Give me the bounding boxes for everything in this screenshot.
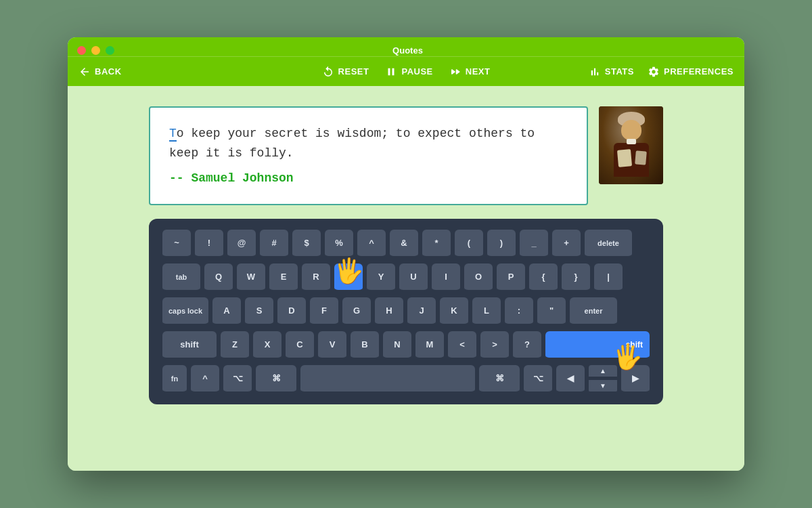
- key-x[interactable]: X: [253, 331, 281, 360]
- back-label: BACK: [95, 66, 122, 77]
- portrait-image: [599, 106, 663, 184]
- key-d[interactable]: D: [277, 297, 306, 326]
- pause-button[interactable]: PAUSE: [385, 66, 432, 78]
- pause-label: PAUSE: [401, 66, 432, 77]
- stats-label: STATS: [605, 66, 634, 77]
- maximize-button[interactable]: [106, 46, 114, 55]
- key-s[interactable]: S: [245, 297, 273, 326]
- key-t[interactable]: T 🖐: [334, 263, 363, 292]
- key-arrow-left[interactable]: ◀: [556, 365, 585, 394]
- keyboard: ~ ! @ # $ % ^ & * ( ) _ + delete tab Q W…: [149, 219, 663, 404]
- key-r[interactable]: R: [302, 263, 330, 292]
- key-enter[interactable]: enter: [570, 297, 617, 326]
- key-e[interactable]: E: [269, 263, 298, 292]
- key-arrow-down[interactable]: ▼: [589, 380, 617, 394]
- key-h[interactable]: H: [375, 297, 403, 326]
- key-space[interactable]: [300, 365, 475, 394]
- next-label: NEXT: [466, 66, 491, 77]
- quote-box: To keep your secret is wisdom; to expect…: [149, 106, 588, 205]
- key-gt[interactable]: >: [480, 331, 509, 360]
- key-ctrl[interactable]: ^: [191, 365, 219, 394]
- key-plus[interactable]: +: [552, 230, 581, 258]
- key-underscore[interactable]: _: [520, 230, 548, 258]
- key-o[interactable]: O: [464, 263, 493, 292]
- key-rbrace[interactable]: }: [562, 263, 590, 292]
- key-i[interactable]: I: [432, 263, 460, 292]
- kb-row-5: fn ^ ⌥ ⌘ ⌘ ⌥ ◀ ▲ ▼ ▶: [162, 365, 650, 394]
- key-rparen[interactable]: ): [487, 230, 516, 258]
- key-capslock[interactable]: caps lock: [162, 297, 208, 326]
- key-a[interactable]: A: [212, 297, 241, 326]
- key-p[interactable]: P: [497, 263, 525, 292]
- key-cmd-right[interactable]: ⌘: [479, 365, 520, 394]
- kb-row-4: shift Z X C V B N M < > ? shift 🖐: [162, 331, 650, 360]
- back-button[interactable]: BACK: [78, 66, 122, 78]
- hand-cursor-t: 🖐: [334, 257, 364, 285]
- kb-row-3: caps lock A S D F G H J K L : " enter: [162, 297, 650, 326]
- close-button[interactable]: [77, 46, 86, 55]
- kb-row-2: tab Q W E R T 🖐 Y U I O P { } |: [162, 263, 650, 292]
- quote-section: To keep your secret is wisdom; to expect…: [149, 106, 663, 205]
- reset-button[interactable]: RESET: [322, 66, 369, 78]
- key-at[interactable]: @: [227, 230, 256, 258]
- key-l[interactable]: L: [472, 297, 501, 326]
- toolbar: BACK RESET PAUSE NEXT: [68, 56, 744, 86]
- preferences-label: PREFERENCES: [664, 66, 734, 77]
- key-delete[interactable]: delete: [585, 230, 632, 258]
- kb-row-1: ~ ! @ # $ % ^ & * ( ) _ + delete: [162, 230, 650, 258]
- key-shift-right[interactable]: shift 🖐: [545, 331, 650, 360]
- key-percent[interactable]: %: [325, 230, 353, 258]
- key-tab[interactable]: tab: [162, 263, 200, 292]
- next-button[interactable]: NEXT: [449, 66, 491, 78]
- key-k[interactable]: K: [440, 297, 468, 326]
- quote-text: To keep your secret is wisdom; to expect…: [169, 124, 568, 163]
- key-y[interactable]: Y: [367, 263, 395, 292]
- key-exclaim[interactable]: !: [195, 230, 223, 258]
- app-window: Quotes BACK RESET PAUSE: [68, 37, 744, 471]
- key-fn[interactable]: fn: [162, 365, 187, 394]
- key-asterisk[interactable]: *: [422, 230, 451, 258]
- key-pipe[interactable]: |: [594, 263, 623, 292]
- minimize-button[interactable]: [91, 46, 100, 55]
- key-quote[interactable]: ": [537, 297, 566, 326]
- quote-author: -- Samuel Johnson: [169, 169, 568, 188]
- key-arrow-right[interactable]: ▶: [621, 365, 650, 394]
- typed-char: T: [169, 127, 177, 142]
- key-opt-left[interactable]: ⌥: [223, 365, 252, 394]
- reset-label: RESET: [338, 66, 369, 77]
- untyped-text: o keep your secret is wisdom; to expect …: [169, 127, 535, 160]
- key-b[interactable]: B: [351, 331, 379, 360]
- key-cmd-left[interactable]: ⌘: [256, 365, 296, 394]
- key-shift-left[interactable]: shift: [162, 331, 217, 360]
- key-ampersand[interactable]: &: [390, 230, 418, 258]
- key-hash[interactable]: #: [260, 230, 288, 258]
- key-z[interactable]: Z: [221, 331, 249, 360]
- key-question[interactable]: ?: [513, 331, 541, 360]
- key-arrow-up[interactable]: ▲: [589, 365, 617, 379]
- key-u[interactable]: U: [399, 263, 428, 292]
- key-lt[interactable]: <: [448, 331, 476, 360]
- key-c[interactable]: C: [286, 331, 314, 360]
- key-lparen[interactable]: (: [455, 230, 483, 258]
- key-j[interactable]: J: [407, 297, 436, 326]
- key-g[interactable]: G: [342, 297, 371, 326]
- key-m[interactable]: M: [415, 331, 444, 360]
- content-area: To keep your secret is wisdom; to expect…: [68, 86, 744, 471]
- key-lbrace[interactable]: {: [529, 263, 558, 292]
- key-v[interactable]: V: [318, 331, 346, 360]
- key-tilde[interactable]: ~: [162, 230, 191, 258]
- key-n[interactable]: N: [383, 331, 411, 360]
- key-f[interactable]: F: [310, 297, 338, 326]
- stats-button[interactable]: STATS: [589, 66, 634, 78]
- key-q[interactable]: Q: [204, 263, 233, 292]
- key-colon[interactable]: :: [505, 297, 533, 326]
- key-opt-right[interactable]: ⌥: [524, 365, 552, 394]
- key-dollar[interactable]: $: [292, 230, 321, 258]
- key-w[interactable]: W: [237, 263, 265, 292]
- key-caret[interactable]: ^: [357, 230, 386, 258]
- preferences-button[interactable]: PREFERENCES: [648, 66, 734, 78]
- title-bar: Quotes BACK RESET PAUSE: [68, 37, 744, 86]
